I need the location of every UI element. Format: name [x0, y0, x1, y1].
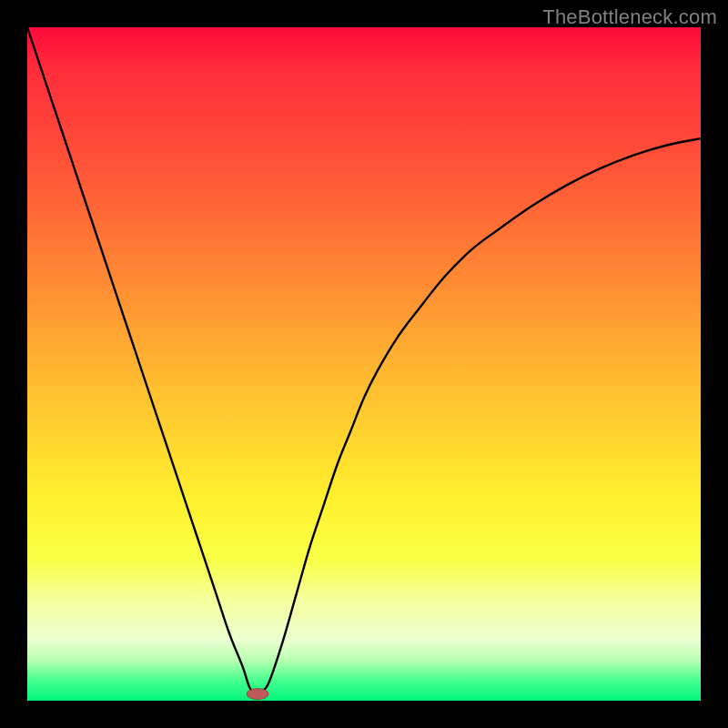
curve-layer [27, 27, 701, 701]
chart-frame: TheBottleneck.com [0, 0, 728, 728]
watermark-text: TheBottleneck.com [542, 5, 717, 29]
optimal-point-marker [247, 689, 268, 700]
plot-area [27, 27, 701, 701]
bottleneck-curve [27, 27, 701, 694]
